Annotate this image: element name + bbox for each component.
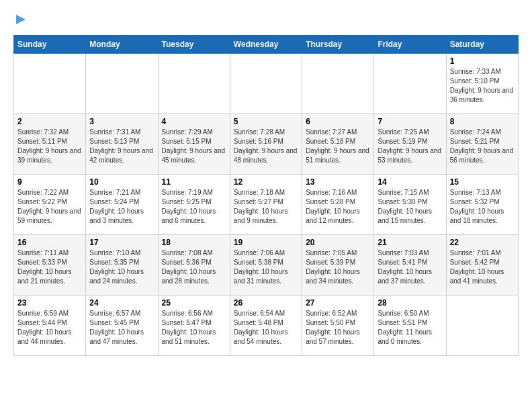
day-info: Sunrise: 7:11 AM Sunset: 5:33 PM Dayligh… bbox=[17, 248, 82, 286]
day-number: 24 bbox=[89, 298, 154, 308]
day-info: Sunrise: 7:01 AM Sunset: 5:42 PM Dayligh… bbox=[450, 248, 515, 286]
day-number: 26 bbox=[234, 298, 298, 308]
calendar-cell: 15Sunrise: 7:13 AM Sunset: 5:32 PM Dayli… bbox=[446, 175, 518, 235]
calendar-cell: 4Sunrise: 7:29 AM Sunset: 5:15 PM Daylig… bbox=[158, 114, 230, 175]
calendar-cell: 22Sunrise: 7:01 AM Sunset: 5:42 PM Dayli… bbox=[446, 235, 518, 295]
day-info: Sunrise: 7:33 AM Sunset: 5:10 PM Dayligh… bbox=[450, 67, 515, 105]
calendar-cell: 20Sunrise: 7:05 AM Sunset: 5:39 PM Dayli… bbox=[302, 235, 374, 295]
calendar-cell: 10Sunrise: 7:21 AM Sunset: 5:24 PM Dayli… bbox=[86, 175, 158, 235]
calendar-cell: 27Sunrise: 6:52 AM Sunset: 5:50 PM Dayli… bbox=[302, 295, 374, 356]
calendar-cell bbox=[14, 54, 86, 114]
calendar-cell: 25Sunrise: 6:56 AM Sunset: 5:47 PM Dayli… bbox=[158, 295, 230, 356]
day-number: 25 bbox=[162, 298, 226, 308]
calendar-cell: 1Sunrise: 7:33 AM Sunset: 5:10 PM Daylig… bbox=[446, 54, 518, 114]
day-info: Sunrise: 7:22 AM Sunset: 5:22 PM Dayligh… bbox=[17, 188, 82, 226]
day-number: 8 bbox=[450, 117, 515, 126]
calendar-cell: 23Sunrise: 6:59 AM Sunset: 5:44 PM Dayli… bbox=[14, 295, 86, 356]
column-header-sunday: Sunday bbox=[14, 36, 86, 54]
day-number: 15 bbox=[450, 177, 515, 187]
calendar-cell bbox=[374, 54, 446, 114]
day-info: Sunrise: 7:25 AM Sunset: 5:19 PM Dayligh… bbox=[378, 128, 442, 165]
day-info: Sunrise: 6:50 AM Sunset: 5:51 PM Dayligh… bbox=[378, 309, 442, 347]
calendar-week-1: 1Sunrise: 7:33 AM Sunset: 5:10 PM Daylig… bbox=[14, 54, 519, 114]
calendar-table: SundayMondayTuesdayWednesdayThursdayFrid… bbox=[13, 35, 519, 356]
column-header-tuesday: Tuesday bbox=[158, 36, 230, 54]
page-header bbox=[13, 13, 519, 28]
day-info: Sunrise: 7:15 AM Sunset: 5:30 PM Dayligh… bbox=[378, 188, 442, 226]
day-info: Sunrise: 6:57 AM Sunset: 5:45 PM Dayligh… bbox=[89, 309, 154, 347]
day-number: 1 bbox=[450, 56, 515, 66]
day-number: 11 bbox=[162, 177, 226, 187]
day-info: Sunrise: 7:13 AM Sunset: 5:32 PM Dayligh… bbox=[450, 188, 515, 226]
column-header-wednesday: Wednesday bbox=[230, 36, 302, 54]
day-info: Sunrise: 7:29 AM Sunset: 5:15 PM Dayligh… bbox=[162, 128, 226, 165]
day-info: Sunrise: 7:06 AM Sunset: 5:38 PM Dayligh… bbox=[234, 248, 298, 286]
calendar-cell: 28Sunrise: 6:50 AM Sunset: 5:51 PM Dayli… bbox=[374, 295, 446, 356]
day-number: 28 bbox=[378, 298, 442, 308]
day-info: Sunrise: 7:18 AM Sunset: 5:27 PM Dayligh… bbox=[234, 188, 298, 226]
day-number: 5 bbox=[234, 117, 298, 126]
day-info: Sunrise: 7:08 AM Sunset: 5:36 PM Dayligh… bbox=[162, 248, 226, 286]
calendar-week-2: 2Sunrise: 7:32 AM Sunset: 5:11 PM Daylig… bbox=[14, 114, 519, 175]
column-header-friday: Friday bbox=[374, 36, 446, 54]
day-number: 2 bbox=[17, 117, 82, 126]
calendar-cell: 8Sunrise: 7:24 AM Sunset: 5:21 PM Daylig… bbox=[446, 114, 518, 175]
day-number: 3 bbox=[89, 117, 154, 126]
calendar-week-3: 9Sunrise: 7:22 AM Sunset: 5:22 PM Daylig… bbox=[14, 175, 519, 235]
calendar-cell bbox=[302, 54, 374, 114]
day-info: Sunrise: 7:05 AM Sunset: 5:39 PM Dayligh… bbox=[306, 248, 370, 286]
day-number: 14 bbox=[378, 177, 442, 187]
calendar-cell: 7Sunrise: 7:25 AM Sunset: 5:19 PM Daylig… bbox=[374, 114, 446, 175]
column-header-thursday: Thursday bbox=[302, 36, 374, 54]
column-header-monday: Monday bbox=[86, 36, 158, 54]
day-info: Sunrise: 7:16 AM Sunset: 5:28 PM Dayligh… bbox=[306, 188, 370, 226]
day-info: Sunrise: 7:24 AM Sunset: 5:21 PM Dayligh… bbox=[450, 128, 515, 165]
calendar-cell: 18Sunrise: 7:08 AM Sunset: 5:36 PM Dayli… bbox=[158, 235, 230, 295]
calendar-cell: 11Sunrise: 7:19 AM Sunset: 5:25 PM Dayli… bbox=[158, 175, 230, 235]
day-number: 23 bbox=[17, 298, 82, 308]
day-number: 27 bbox=[306, 298, 370, 308]
day-number: 9 bbox=[17, 177, 82, 187]
day-number: 13 bbox=[306, 177, 370, 187]
day-number: 6 bbox=[306, 117, 370, 126]
calendar-cell: 2Sunrise: 7:32 AM Sunset: 5:11 PM Daylig… bbox=[14, 114, 86, 175]
day-info: Sunrise: 7:32 AM Sunset: 5:11 PM Dayligh… bbox=[17, 128, 82, 165]
calendar-cell: 17Sunrise: 7:10 AM Sunset: 5:35 PM Dayli… bbox=[86, 235, 158, 295]
calendar-cell bbox=[158, 54, 230, 114]
day-info: Sunrise: 7:21 AM Sunset: 5:24 PM Dayligh… bbox=[89, 188, 154, 226]
calendar-cell: 16Sunrise: 7:11 AM Sunset: 5:33 PM Dayli… bbox=[14, 235, 86, 295]
calendar-cell: 6Sunrise: 7:27 AM Sunset: 5:18 PM Daylig… bbox=[302, 114, 374, 175]
day-number: 20 bbox=[306, 238, 370, 247]
day-number: 17 bbox=[89, 238, 154, 247]
svg-marker-0 bbox=[16, 15, 26, 24]
logo bbox=[13, 13, 27, 28]
calendar-cell: 19Sunrise: 7:06 AM Sunset: 5:38 PM Dayli… bbox=[230, 235, 302, 295]
calendar-cell bbox=[230, 54, 302, 114]
day-number: 16 bbox=[17, 238, 82, 247]
day-number: 7 bbox=[378, 117, 442, 126]
day-number: 10 bbox=[89, 177, 154, 187]
day-number: 18 bbox=[162, 238, 226, 247]
calendar-cell: 3Sunrise: 7:31 AM Sunset: 5:13 PM Daylig… bbox=[86, 114, 158, 175]
day-number: 21 bbox=[378, 238, 442, 247]
logo-arrow-icon bbox=[15, 13, 27, 26]
day-info: Sunrise: 7:10 AM Sunset: 5:35 PM Dayligh… bbox=[89, 248, 154, 286]
calendar-week-5: 23Sunrise: 6:59 AM Sunset: 5:44 PM Dayli… bbox=[14, 295, 519, 356]
day-info: Sunrise: 7:19 AM Sunset: 5:25 PM Dayligh… bbox=[162, 188, 226, 226]
day-info: Sunrise: 7:28 AM Sunset: 5:16 PM Dayligh… bbox=[234, 128, 298, 165]
day-number: 12 bbox=[234, 177, 298, 187]
calendar-cell bbox=[446, 295, 518, 356]
day-info: Sunrise: 6:59 AM Sunset: 5:44 PM Dayligh… bbox=[17, 309, 82, 347]
column-header-saturday: Saturday bbox=[446, 36, 518, 54]
day-number: 22 bbox=[450, 238, 515, 247]
day-info: Sunrise: 6:52 AM Sunset: 5:50 PM Dayligh… bbox=[306, 309, 370, 347]
calendar-week-4: 16Sunrise: 7:11 AM Sunset: 5:33 PM Dayli… bbox=[14, 235, 519, 295]
day-number: 4 bbox=[162, 117, 226, 126]
calendar-cell: 12Sunrise: 7:18 AM Sunset: 5:27 PM Dayli… bbox=[230, 175, 302, 235]
day-info: Sunrise: 7:31 AM Sunset: 5:13 PM Dayligh… bbox=[89, 128, 154, 165]
calendar-cell: 21Sunrise: 7:03 AM Sunset: 5:41 PM Dayli… bbox=[374, 235, 446, 295]
calendar-cell: 24Sunrise: 6:57 AM Sunset: 5:45 PM Dayli… bbox=[86, 295, 158, 356]
calendar-cell: 13Sunrise: 7:16 AM Sunset: 5:28 PM Dayli… bbox=[302, 175, 374, 235]
calendar-header-row: SundayMondayTuesdayWednesdayThursdayFrid… bbox=[14, 36, 519, 54]
calendar-cell: 26Sunrise: 6:54 AM Sunset: 5:48 PM Dayli… bbox=[230, 295, 302, 356]
